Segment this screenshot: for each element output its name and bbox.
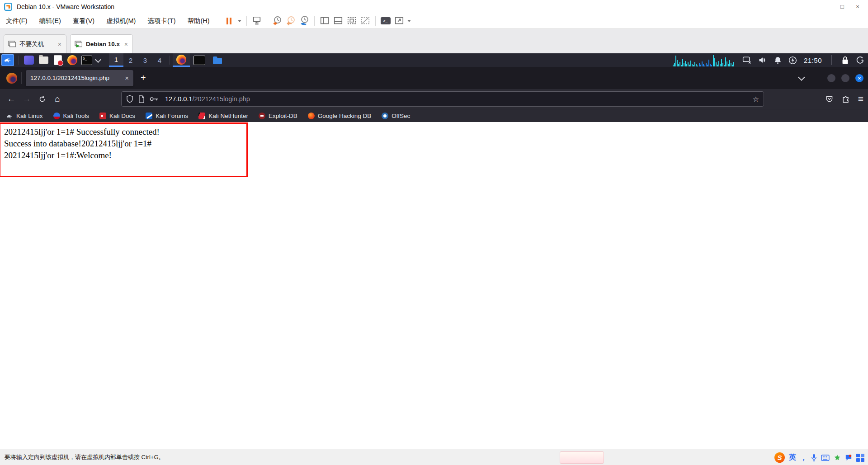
logout-icon[interactable] xyxy=(856,56,864,65)
fit-guest-button[interactable] xyxy=(345,14,359,27)
show-library-button[interactable] xyxy=(318,14,331,27)
close-icon[interactable]: × xyxy=(124,41,128,48)
vm-close-dot[interactable]: × xyxy=(855,74,863,82)
vm-minimize-dot[interactable] xyxy=(827,74,835,82)
menu-help[interactable]: 帮助(H) xyxy=(181,13,215,28)
menu-view[interactable]: 查看(V) xyxy=(67,13,100,28)
close-button[interactable]: × xyxy=(850,0,865,13)
bookmark-kali-tools[interactable]: Kali Tools xyxy=(53,113,90,119)
panel-clock[interactable]: 21:50 xyxy=(804,56,822,64)
launcher-firefox[interactable] xyxy=(67,55,78,66)
kali-docs-icon xyxy=(99,113,106,119)
back-button[interactable]: ← xyxy=(4,91,19,107)
chevron-down-icon xyxy=(238,20,241,22)
voice-input-icon[interactable] xyxy=(811,454,817,461)
fullscreen-dropdown-button[interactable] xyxy=(406,14,412,27)
fit-window-button[interactable] xyxy=(359,14,372,27)
ime-toolbox-icon[interactable] xyxy=(856,454,864,462)
reload-button[interactable] xyxy=(34,91,50,107)
screensaver-disabled-icon[interactable] xyxy=(742,56,751,64)
ime-skin-icon[interactable] xyxy=(834,454,841,461)
console-view-button[interactable]: >_ xyxy=(379,14,392,27)
kali-nethunter-icon xyxy=(198,113,205,119)
taskbar-firefox-window[interactable] xyxy=(173,53,190,67)
fullscreen-icon xyxy=(394,16,404,26)
reload-icon xyxy=(38,95,46,103)
bookmark-kali-linux[interactable]: Kali Linux xyxy=(6,113,43,119)
bookmark-kali-docs[interactable]: Kali Docs xyxy=(99,113,135,119)
sogou-logo-icon[interactable]: S xyxy=(774,452,785,463)
workspace-4[interactable]: 4 xyxy=(152,53,167,67)
snapshot-manager-button[interactable] xyxy=(297,14,311,27)
menu-vm[interactable]: 虚拟机(M) xyxy=(100,13,142,28)
toolbar-separator xyxy=(219,16,219,26)
lock-screen-icon[interactable] xyxy=(841,56,849,65)
menu-tabs[interactable]: 选项卡(T) xyxy=(142,13,181,28)
password-key-icon[interactable] xyxy=(150,96,159,102)
bookmark-offsec[interactable]: OffSec xyxy=(382,113,410,119)
bookmark-star-icon[interactable]: ☆ xyxy=(753,95,759,103)
chevron-down-icon[interactable] xyxy=(95,56,101,62)
url-bar[interactable]: 127.0.0.1/20212415login.php ☆ xyxy=(121,91,764,107)
send-ctrl-alt-del-icon xyxy=(252,16,262,26)
workspace-2[interactable]: 2 xyxy=(123,53,138,67)
ime-language-indicator[interactable]: 英 xyxy=(789,453,796,462)
close-icon[interactable]: × xyxy=(58,41,61,48)
send-ctrl-alt-del-button[interactable] xyxy=(250,14,264,27)
tab-close-icon[interactable]: × xyxy=(125,74,129,82)
workspace-3[interactable]: 3 xyxy=(138,53,152,67)
google-hacking-db-icon xyxy=(308,113,315,119)
bookmark-exploit-db[interactable]: Exploit-DB xyxy=(259,113,297,119)
taskbar-files-window[interactable] xyxy=(209,53,226,67)
new-tab-button[interactable]: + xyxy=(141,73,146,83)
browser-tab-active[interactable]: 127.0.0.1/20212415login.php × xyxy=(26,70,133,86)
notifications-bell-icon[interactable] xyxy=(774,56,782,64)
vm-tab-label: Debian 10.x xyxy=(86,41,120,47)
taskbar-terminal-window[interactable] xyxy=(190,53,209,67)
volume-icon[interactable] xyxy=(758,56,767,64)
window-title: Debian 10.x - VMware Workstation xyxy=(17,3,114,10)
extensions-puzzle-icon[interactable] xyxy=(841,94,850,103)
vmware-menubar: 文件(F) 编辑(E) 查看(V) 虚拟机(M) 选项卡(T) 帮助(H) xyxy=(0,13,868,29)
bookmark-kali-nethunter[interactable]: Kali NetHunter xyxy=(198,113,248,119)
url-text[interactable]: 127.0.0.1/20212415login.php xyxy=(165,95,250,103)
vmware-statusbar: 要将输入定向到该虚拟机，请在虚拟机内部单击或按 Ctrl+G。 S 英 ， xyxy=(0,449,868,465)
menu-edit[interactable]: 编辑(E) xyxy=(33,13,67,28)
fullscreen-button[interactable] xyxy=(392,14,406,27)
pocket-icon[interactable] xyxy=(825,95,834,103)
show-thumbnail-bar-button[interactable] xyxy=(331,14,345,27)
result-line: 20212415ljj'or 1=1#:Welcome! xyxy=(4,150,243,161)
launcher-terminal-emulator[interactable]: $_ xyxy=(81,55,92,66)
vm-maximize-dot[interactable] xyxy=(841,74,849,82)
workspace-1[interactable]: 1 xyxy=(109,53,123,67)
take-snapshot-button[interactable] xyxy=(270,14,284,27)
power-dropdown-button[interactable] xyxy=(236,14,243,27)
power-manager-icon[interactable] xyxy=(788,56,797,65)
menu-file[interactable]: 文件(F) xyxy=(0,13,33,28)
page-info-icon[interactable] xyxy=(138,95,145,103)
bookmark-google-hacking-db[interactable]: Google Hacking DB xyxy=(308,113,372,119)
menu-hamburger-icon[interactable]: ≡ xyxy=(858,94,863,104)
vm-tab-strip: 不要关机 × Debian 10.x × xyxy=(0,29,868,53)
shield-permissions-icon[interactable] xyxy=(126,95,133,103)
bookmark-label: OffSec xyxy=(392,113,410,119)
list-all-tabs-icon[interactable] xyxy=(798,74,805,81)
bookmark-kali-forums[interactable]: Kali Forums xyxy=(146,113,188,119)
launcher-terminal[interactable] xyxy=(24,55,34,66)
kali-applications-menu-button[interactable] xyxy=(1,54,14,66)
vm-tab-inactive[interactable]: 不要关机 × xyxy=(4,34,66,53)
ime-punctuation-icon[interactable]: ， xyxy=(800,456,807,460)
forward-button[interactable]: → xyxy=(19,91,34,107)
virtual-keyboard-icon[interactable] xyxy=(821,455,830,461)
vm-display: $_ 1 2 3 4 xyxy=(0,53,868,449)
ime-messenger-icon[interactable] xyxy=(845,454,852,461)
power-pause-button[interactable] xyxy=(222,14,236,27)
minimize-button[interactable]: – xyxy=(819,0,835,13)
launcher-text-editor[interactable] xyxy=(52,55,63,66)
launcher-file-manager[interactable] xyxy=(38,55,49,66)
home-button[interactable]: ⌂ xyxy=(50,91,65,107)
fit-window-disabled-icon xyxy=(360,16,370,26)
vm-tab-active[interactable]: Debian 10.x × xyxy=(70,34,133,53)
revert-snapshot-button[interactable] xyxy=(284,14,297,27)
maximize-button[interactable]: □ xyxy=(835,0,850,13)
